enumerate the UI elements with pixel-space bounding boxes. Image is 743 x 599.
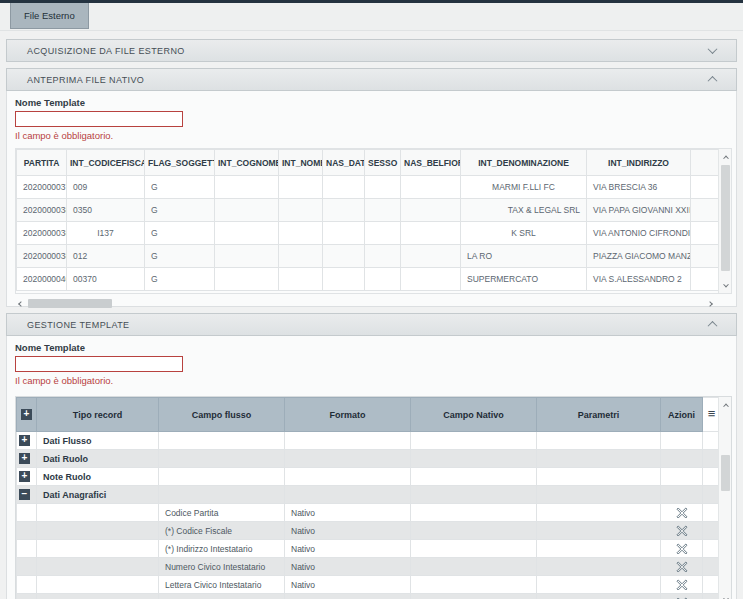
preview-cell bbox=[279, 176, 323, 199]
preview-row[interactable]: 20200000386I137GK SRLVIA ANTONIO CIFROND… bbox=[17, 222, 721, 245]
required-field-error: Il campo è obbligatorio. bbox=[15, 130, 730, 141]
campo-nativo-cell bbox=[411, 522, 537, 540]
gestione-row[interactable]: Km IntestatarioNativo bbox=[17, 594, 721, 599]
tab-file-esterno[interactable]: File Esterno bbox=[10, 3, 89, 29]
preview-cell bbox=[365, 268, 401, 291]
expand-icon[interactable]: + bbox=[19, 471, 30, 482]
column-header-azioni[interactable]: Azioni bbox=[661, 398, 703, 432]
preview-vertical-scrollbar[interactable] bbox=[718, 149, 731, 293]
nome-template-input[interactable] bbox=[15, 111, 183, 127]
scroll-up-icon[interactable] bbox=[719, 150, 732, 163]
accordion-header-acquisizione[interactable]: ACQUISIZIONE DA FILE ESTERNO bbox=[6, 39, 737, 62]
gestione-vscroll-thumb[interactable] bbox=[721, 455, 730, 491]
preview-cell bbox=[215, 176, 279, 199]
gestione-row[interactable]: +Note Ruolo bbox=[17, 468, 721, 486]
preview-cell: SUPERMERCATO bbox=[461, 268, 587, 291]
azioni-cell bbox=[661, 594, 703, 599]
column-header-formato[interactable]: Formato bbox=[285, 398, 411, 432]
preview-cell bbox=[691, 245, 721, 268]
gestione-row[interactable]: Codice PartitaNativo bbox=[17, 504, 721, 522]
column-header-int_denominazione[interactable]: INT_DENOMINAZIONE bbox=[461, 150, 587, 176]
collapse-icon[interactable]: − bbox=[19, 489, 30, 500]
column-header-campo-flusso[interactable]: Campo flusso bbox=[159, 398, 285, 432]
gestione-grid-viewport: +Tipo recordCampo flussoFormatoCampo Nat… bbox=[16, 397, 720, 599]
scroll-down-icon[interactable] bbox=[719, 593, 732, 599]
campo-nativo-cell bbox=[411, 450, 537, 468]
expander-cell: + bbox=[17, 432, 37, 450]
column-header-partita[interactable]: PARTITA bbox=[17, 150, 67, 176]
scroll-down-icon[interactable] bbox=[719, 279, 732, 292]
preview-row[interactable]: 20200000388012GLA ROPIAZZA GIACOMO MANZU… bbox=[17, 245, 721, 268]
preview-row[interactable]: 20200000378009GMARMI F.LLI FCVIA BRESCIA… bbox=[17, 176, 721, 199]
preview-horizontal-scrollbar[interactable] bbox=[15, 298, 715, 309]
column-header-nas_belfiore[interactable]: NAS_BELFIORE bbox=[401, 150, 461, 176]
column-header-campo-nativo[interactable]: Campo Nativo bbox=[411, 398, 537, 432]
preview-cell: G bbox=[145, 176, 215, 199]
column-header-sesso[interactable]: SESSO bbox=[365, 150, 401, 176]
formato-cell: Nativo bbox=[285, 558, 411, 576]
preview-hscroll-thumb[interactable] bbox=[28, 299, 112, 308]
gestione-vertical-scrollbar[interactable] bbox=[718, 397, 731, 599]
preview-grid-viewport: PARTITAINT_CODICEFISCALEFLAG_SOGGETTOINT… bbox=[16, 149, 720, 293]
column-header-int_nome[interactable]: INT_NOME bbox=[279, 150, 323, 176]
column-header-nas_data[interactable]: NAS_DATA bbox=[323, 150, 365, 176]
gestione-row[interactable]: −Dati Anagrafici bbox=[17, 486, 721, 504]
gestione-row[interactable]: (*) Codice FiscaleNativo bbox=[17, 522, 721, 540]
preview-cell bbox=[691, 268, 721, 291]
column-header-tipo-record[interactable]: Tipo record bbox=[37, 398, 159, 432]
tipo-record-cell bbox=[37, 594, 159, 599]
preview-cell: VIA ANTONIO CIFRONDI 14/16 bbox=[587, 222, 691, 245]
column-header-int_codicefiscale[interactable]: INT_CODICEFISCALE bbox=[67, 150, 145, 176]
column-header-parametri[interactable]: Parametri bbox=[537, 398, 661, 432]
campo-flusso-cell bbox=[159, 432, 285, 450]
preview-cell bbox=[401, 199, 461, 222]
gestione-row[interactable]: (*) Indirizzo IntestatarioNativo bbox=[17, 540, 721, 558]
preview-cell: 20200000403 bbox=[17, 268, 67, 291]
preview-cell bbox=[401, 268, 461, 291]
preview-cell bbox=[323, 176, 365, 199]
accordion-header-gestione[interactable]: GESTIONE TEMPLATE bbox=[6, 313, 737, 336]
azioni-cell bbox=[661, 504, 703, 522]
column-header-int_indirizzo[interactable]: INT_INDIRIZZO bbox=[587, 150, 691, 176]
preview-cell bbox=[401, 176, 461, 199]
delete-icon[interactable] bbox=[676, 507, 688, 519]
preview-row[interactable]: 2020000040300370GSUPERMERCATOVIA S.ALESS… bbox=[17, 268, 721, 291]
column-menu-icon[interactable]: ≡ bbox=[708, 406, 716, 421]
preview-header-row: PARTITAINT_CODICEFISCALEFLAG_SOGGETTOINT… bbox=[17, 150, 721, 176]
preview-row[interactable]: 202000003810350GTAX & LEGAL SRLVIA PAPA … bbox=[17, 199, 721, 222]
delete-icon[interactable] bbox=[676, 561, 688, 573]
scroll-left-icon[interactable] bbox=[15, 298, 26, 309]
preview-cell bbox=[323, 245, 365, 268]
parametri-cell bbox=[537, 576, 661, 594]
expander-cell bbox=[17, 576, 37, 594]
campo-flusso-cell: Codice Partita bbox=[159, 504, 285, 522]
gestione-row[interactable]: +Dati Ruolo bbox=[17, 450, 721, 468]
expander-cell bbox=[17, 594, 37, 599]
gestione-row[interactable]: Lettera Civico IntestatarioNativo bbox=[17, 576, 721, 594]
tipo-record-cell: Dati Anagrafici bbox=[37, 486, 159, 504]
expander-cell bbox=[17, 558, 37, 576]
column-header-flag_soggetto[interactable]: FLAG_SOGGETTO bbox=[145, 150, 215, 176]
column-header-int_cognome[interactable]: INT_COGNOME bbox=[215, 150, 279, 176]
expand-icon[interactable]: + bbox=[19, 453, 30, 464]
delete-icon[interactable] bbox=[676, 579, 688, 591]
expand-icon[interactable]: + bbox=[19, 435, 30, 446]
accordion-header-anteprima[interactable]: ANTEPRIMA FILE NATIVO bbox=[6, 68, 737, 91]
azioni-cell bbox=[661, 486, 703, 504]
preview-cell: G bbox=[145, 222, 215, 245]
scroll-up-icon[interactable] bbox=[719, 398, 732, 411]
expand-all-icon[interactable]: + bbox=[21, 409, 32, 420]
gestione-row[interactable]: Numero Civico IntestatarioNativo bbox=[17, 558, 721, 576]
gestione-row[interactable]: +Dati Flusso bbox=[17, 432, 721, 450]
tipo-record-cell bbox=[37, 540, 159, 558]
column-header-int_fra[interactable]: INT_FRA bbox=[691, 150, 721, 176]
scroll-right-icon[interactable] bbox=[704, 298, 715, 309]
delete-icon[interactable] bbox=[676, 525, 688, 537]
campo-flusso-cell bbox=[159, 468, 285, 486]
parametri-cell bbox=[537, 504, 661, 522]
nome-template-input[interactable] bbox=[15, 356, 183, 372]
delete-icon[interactable] bbox=[676, 543, 688, 555]
preview-vscroll-thumb[interactable] bbox=[721, 165, 730, 271]
preview-cell bbox=[691, 176, 721, 199]
campo-flusso-cell: Numero Civico Intestatario bbox=[159, 558, 285, 576]
